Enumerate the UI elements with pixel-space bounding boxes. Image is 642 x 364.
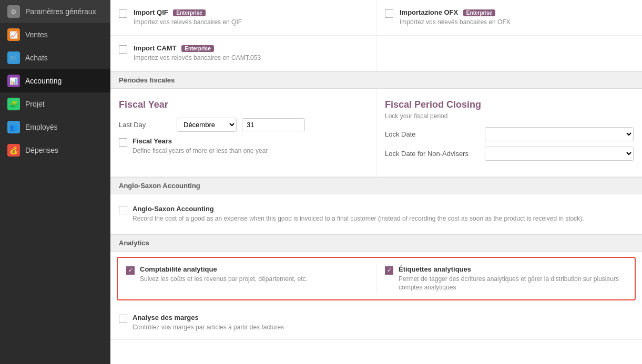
import-ofx-checkbox[interactable] [385,9,393,18]
sidebar-item-label: Employés [25,123,57,131]
analyse-marges-title: Analyse des marges [133,314,634,321]
etiquettes-analytiques-cell: Étiquettes analytiques Permet de tagger … [376,258,635,300]
day-input[interactable] [242,118,305,131]
sidebar-item-employes[interactable]: 👥 Employés [0,116,110,139]
comptabilite-analytique-checkbox[interactable] [126,266,135,275]
periodes-fiscales-header: Périodes fiscales [110,71,642,89]
analyse-marges-checkbox[interactable] [119,315,127,323]
lock-date-non-advisers-row: Lock Date for Non-Advisers [385,147,634,161]
sidebar-item-label: Ventes [25,30,48,39]
fiscal-period-closing-title: Fiscal Period Closing [385,99,634,110]
sidebar-item-ventes[interactable]: 📈 Ventes [0,23,110,46]
month-select[interactable]: Décembre [177,118,237,132]
import-camt-title: Import CAMT Enterprise [134,44,368,52]
main-content: Import QIF Enterprise Importez vos relev… [110,0,642,364]
lock-date-row: Lock Date [385,127,634,141]
analytics-header: Analytics [110,234,642,252]
comptabilite-analytique-title: Comptabilité analytique [140,265,368,273]
achats-icon: 🛒 [7,51,20,64]
sidebar: ⚙ Paramètres généraux 📈 Ventes 🛒 Achats … [0,0,110,364]
sidebar-item-projet[interactable]: 🧩 Projet [0,92,110,116]
employes-icon: 👥 [7,121,20,133]
depenses-icon: 💰 [7,144,20,157]
analytics-highlighted-wrapper: Comptabilité analytique Suivez les coûts… [110,252,642,307]
import-camt-badge: Enterprise [181,45,213,52]
import-qif-content: Import QIF Enterprise Importez vos relev… [134,8,368,27]
fiscal-period-closing-panel: Fiscal Period Closing Lock your fiscal p… [376,89,642,176]
import-camt-content: Import CAMT Enterprise Importez vos rele… [134,44,368,63]
anglo-saxon-header: Anglo-Saxon Accounting [110,177,642,194]
ventes-icon: 📈 [7,28,20,41]
fiscal-period-closing-subtitle: Lock your fiscal period [385,112,634,120]
sidebar-item-label: Projet [25,100,45,108]
anglo-saxon-row: Anglo-Saxon Accounting Record the cost o… [110,194,642,234]
comptabilite-analytique-cell: Comptabilité analytique Suivez les coûts… [118,258,376,300]
comptabilite-analytique-content: Comptabilité analytique Suivez les coûts… [140,265,368,284]
fiscal-years-row: Fiscal Years Define fiscal years of more… [119,137,368,155]
fiscal-year-title: Fiscal Year [119,99,368,110]
fiscal-years-content: Fiscal Years Define fiscal years of more… [133,137,368,155]
import-camt-desc: Importez vos relevés bancaires en CAMT.0… [134,54,368,63]
import-ofx-cell: Importazione OFX Enterprise Importez vos… [376,0,642,35]
analytics-highlight-box: Comptabilité analytique Suivez les coûts… [117,257,636,301]
etiquettes-analytiques-desc: Permet de tagger des écritures analytiqu… [399,275,626,293]
import-camt-right-empty [376,36,642,71]
import-camt-checkbox[interactable] [119,45,127,54]
import-qif-badge: Enterprise [173,9,205,16]
import-qif-desc: Importez vos relevés bancaires en QIF [134,18,368,27]
gear-icon: ⚙ [7,5,20,18]
last-day-label: Last Day [119,121,171,129]
accounting-icon: 📊 [7,75,20,87]
import-ofx-content: Importazione OFX Enterprise Importez vos… [400,8,634,27]
sidebar-item-label: Achats [25,54,48,62]
sidebar-item-label: Paramètres généraux [25,7,96,16]
sidebar-item-label: Dépenses [25,146,58,154]
import-ofx-desc: Importez vos relevés bancaires en OFX [400,18,634,27]
lock-date-label: Lock Date [385,130,480,138]
etiquettes-analytiques-content: Étiquettes analytiques Permet de tagger … [399,265,626,293]
etiquettes-analytiques-checkbox[interactable] [385,266,393,275]
sidebar-item-accounting[interactable]: 📊 Accounting [0,69,110,92]
sidebar-item-achats[interactable]: 🛒 Achats [0,46,110,69]
last-day-row: Last Day Décembre [119,118,368,132]
import-qif-cell: Import QIF Enterprise Importez vos relev… [110,0,376,35]
etiquettes-analytiques-title: Étiquettes analytiques [399,265,626,273]
import-ofx-title: Importazione OFX Enterprise [400,8,634,16]
analyse-marges-row: Analyse des marges Contrôlez vos marges … [110,306,642,340]
anglo-saxon-title: Anglo-Saxon Accounting [133,205,634,213]
comptabilite-analytique-desc: Suivez les coûts et les revenus par proj… [140,275,368,284]
import-camt-row: Import CAMT Enterprise Importez vos rele… [110,36,642,71]
anglo-saxon-desc: Record the cost of a good as an expense … [133,214,634,223]
anglo-saxon-content: Anglo-Saxon Accounting Record the cost o… [133,205,634,223]
anglo-saxon-checkbox[interactable] [119,206,127,214]
sidebar-item-label: Accounting [25,77,62,85]
projet-icon: 🧩 [7,98,20,110]
lock-date-non-advisers-label: Lock Date for Non-Advisers [385,150,480,158]
sidebar-item-depenses[interactable]: 💰 Dépenses [0,139,110,162]
fiscal-section: Fiscal Year Last Day Décembre Fiscal Yea… [110,89,642,177]
fiscal-year-panel: Fiscal Year Last Day Décembre Fiscal Yea… [110,89,376,176]
import-qif-checkbox[interactable] [119,9,127,18]
lock-date-select[interactable] [485,127,634,141]
import-camt-cell: Import CAMT Enterprise Importez vos rele… [110,36,376,71]
analyse-marges-content: Analyse des marges Contrôlez vos marges … [133,314,634,332]
fiscal-years-checkbox[interactable] [119,138,127,147]
sidebar-item-parametres[interactable]: ⚙ Paramètres généraux [0,0,110,23]
import-qif-ofx-row: Import QIF Enterprise Importez vos relev… [110,0,642,36]
import-ofx-badge: Enterprise [463,9,495,16]
lock-date-non-advisers-select[interactable] [485,147,634,161]
fiscal-years-desc: Define fiscal years of more or less than… [133,147,368,155]
analyse-marges-desc: Contrôlez vos marges par articles à part… [133,323,634,332]
import-qif-title: Import QIF Enterprise [134,8,368,16]
fiscal-years-title: Fiscal Years [133,137,368,145]
